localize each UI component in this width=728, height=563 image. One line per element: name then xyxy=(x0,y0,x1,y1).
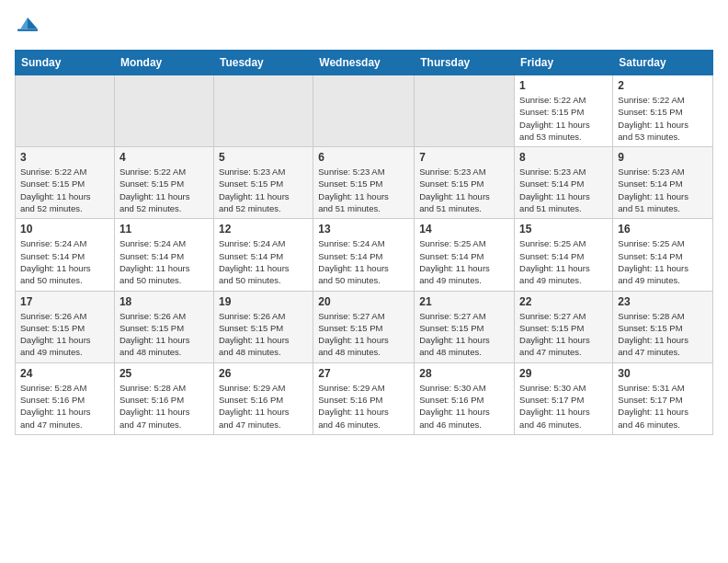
day-number: 3 xyxy=(20,151,109,164)
calendar-cell: 25Sunrise: 5:28 AM Sunset: 5:16 PM Dayli… xyxy=(114,362,213,434)
day-info: Sunrise: 5:22 AM Sunset: 5:15 PM Dayligh… xyxy=(20,166,109,214)
calendar-week-row: 10Sunrise: 5:24 AM Sunset: 5:14 PM Dayli… xyxy=(16,219,713,291)
day-number: 28 xyxy=(419,367,509,380)
calendar-cell: 8Sunrise: 5:23 AM Sunset: 5:14 PM Daylig… xyxy=(515,147,613,219)
calendar-cell: 23Sunrise: 5:28 AM Sunset: 5:15 PM Dayli… xyxy=(613,291,713,362)
day-number: 29 xyxy=(519,367,608,380)
day-number: 5 xyxy=(219,151,308,164)
day-info: Sunrise: 5:23 AM Sunset: 5:15 PM Dayligh… xyxy=(419,166,509,214)
day-info: Sunrise: 5:23 AM Sunset: 5:14 PM Dayligh… xyxy=(519,166,608,214)
day-info: Sunrise: 5:22 AM Sunset: 5:15 PM Dayligh… xyxy=(618,94,708,143)
day-number: 27 xyxy=(318,367,409,380)
day-info: Sunrise: 5:30 AM Sunset: 5:17 PM Dayligh… xyxy=(519,382,608,431)
calendar-cell xyxy=(16,75,115,147)
calendar-cell: 10Sunrise: 5:24 AM Sunset: 5:14 PM Dayli… xyxy=(16,219,115,291)
day-number: 10 xyxy=(20,223,109,236)
calendar-cell: 3Sunrise: 5:22 AM Sunset: 5:15 PM Daylig… xyxy=(16,147,115,219)
calendar-cell: 4Sunrise: 5:22 AM Sunset: 5:15 PM Daylig… xyxy=(114,147,213,219)
calendar-cell: 14Sunrise: 5:25 AM Sunset: 5:14 PM Dayli… xyxy=(415,219,515,291)
weekday-header-tuesday: Tuesday xyxy=(213,51,313,75)
calendar-header-row: SundayMondayTuesdayWednesdayThursdayFrid… xyxy=(16,51,713,75)
day-number: 24 xyxy=(20,367,109,380)
day-number: 14 xyxy=(419,223,509,236)
svg-rect-3 xyxy=(17,29,38,31)
logo-icon xyxy=(15,15,40,40)
calendar-cell: 5Sunrise: 5:23 AM Sunset: 5:15 PM Daylig… xyxy=(213,147,313,219)
day-info: Sunrise: 5:22 AM Sunset: 5:15 PM Dayligh… xyxy=(119,166,209,214)
day-number: 6 xyxy=(318,151,409,164)
calendar-cell: 18Sunrise: 5:26 AM Sunset: 5:15 PM Dayli… xyxy=(114,291,213,362)
calendar-cell: 13Sunrise: 5:24 AM Sunset: 5:14 PM Dayli… xyxy=(313,219,415,291)
day-number: 21 xyxy=(419,295,509,308)
calendar-cell: 6Sunrise: 5:23 AM Sunset: 5:15 PM Daylig… xyxy=(313,147,415,219)
calendar-cell: 12Sunrise: 5:24 AM Sunset: 5:14 PM Dayli… xyxy=(213,219,313,291)
day-info: Sunrise: 5:26 AM Sunset: 5:15 PM Dayligh… xyxy=(119,310,209,359)
calendar-cell: 22Sunrise: 5:27 AM Sunset: 5:15 PM Dayli… xyxy=(515,291,613,362)
day-number: 16 xyxy=(618,223,708,236)
weekday-header-saturday: Saturday xyxy=(613,51,713,75)
day-number: 23 xyxy=(618,295,708,308)
calendar-cell: 21Sunrise: 5:27 AM Sunset: 5:15 PM Dayli… xyxy=(415,291,515,362)
day-number: 9 xyxy=(618,151,708,164)
weekday-header-friday: Friday xyxy=(515,51,613,75)
calendar-week-row: 1Sunrise: 5:22 AM Sunset: 5:15 PM Daylig… xyxy=(16,75,713,147)
day-number: 4 xyxy=(119,151,209,164)
calendar-cell: 2Sunrise: 5:22 AM Sunset: 5:15 PM Daylig… xyxy=(613,75,713,147)
calendar-cell: 15Sunrise: 5:25 AM Sunset: 5:14 PM Dayli… xyxy=(515,219,613,291)
day-info: Sunrise: 5:27 AM Sunset: 5:15 PM Dayligh… xyxy=(419,310,509,359)
day-number: 22 xyxy=(519,295,608,308)
day-info: Sunrise: 5:28 AM Sunset: 5:16 PM Dayligh… xyxy=(20,382,109,431)
calendar-cell: 19Sunrise: 5:26 AM Sunset: 5:15 PM Dayli… xyxy=(213,291,313,362)
calendar-cell: 24Sunrise: 5:28 AM Sunset: 5:16 PM Dayli… xyxy=(16,362,115,434)
calendar-cell: 27Sunrise: 5:29 AM Sunset: 5:16 PM Dayli… xyxy=(313,362,415,434)
day-number: 25 xyxy=(119,367,209,380)
day-info: Sunrise: 5:24 AM Sunset: 5:14 PM Dayligh… xyxy=(318,237,409,286)
day-info: Sunrise: 5:24 AM Sunset: 5:14 PM Dayligh… xyxy=(119,237,209,286)
calendar-cell: 20Sunrise: 5:27 AM Sunset: 5:15 PM Dayli… xyxy=(313,291,415,362)
calendar-table: SundayMondayTuesdayWednesdayThursdayFrid… xyxy=(15,50,713,435)
calendar-week-row: 3Sunrise: 5:22 AM Sunset: 5:15 PM Daylig… xyxy=(16,147,713,219)
calendar-cell: 26Sunrise: 5:29 AM Sunset: 5:16 PM Dayli… xyxy=(213,362,313,434)
day-number: 8 xyxy=(519,151,608,164)
day-info: Sunrise: 5:25 AM Sunset: 5:14 PM Dayligh… xyxy=(419,237,509,286)
day-info: Sunrise: 5:23 AM Sunset: 5:15 PM Dayligh… xyxy=(219,166,308,214)
day-info: Sunrise: 5:24 AM Sunset: 5:14 PM Dayligh… xyxy=(219,237,308,286)
day-number: 1 xyxy=(519,79,608,92)
calendar-cell: 9Sunrise: 5:23 AM Sunset: 5:14 PM Daylig… xyxy=(613,147,713,219)
day-info: Sunrise: 5:23 AM Sunset: 5:14 PM Dayligh… xyxy=(618,166,708,214)
calendar-cell: 17Sunrise: 5:26 AM Sunset: 5:15 PM Dayli… xyxy=(16,291,115,362)
day-number: 30 xyxy=(618,367,708,380)
calendar-cell: 7Sunrise: 5:23 AM Sunset: 5:15 PM Daylig… xyxy=(415,147,515,219)
calendar-cell: 1Sunrise: 5:22 AM Sunset: 5:15 PM Daylig… xyxy=(515,75,613,147)
day-info: Sunrise: 5:29 AM Sunset: 5:16 PM Dayligh… xyxy=(318,382,409,431)
day-info: Sunrise: 5:30 AM Sunset: 5:16 PM Dayligh… xyxy=(419,382,509,431)
calendar-cell: 16Sunrise: 5:25 AM Sunset: 5:14 PM Dayli… xyxy=(613,219,713,291)
day-info: Sunrise: 5:28 AM Sunset: 5:15 PM Dayligh… xyxy=(618,310,708,359)
header xyxy=(15,15,713,40)
weekday-header-thursday: Thursday xyxy=(415,51,515,75)
day-number: 7 xyxy=(419,151,509,164)
day-number: 26 xyxy=(219,367,308,380)
day-number: 18 xyxy=(119,295,209,308)
weekday-header-wednesday: Wednesday xyxy=(313,51,415,75)
day-info: Sunrise: 5:27 AM Sunset: 5:15 PM Dayligh… xyxy=(318,310,409,359)
calendar-cell: 29Sunrise: 5:30 AM Sunset: 5:17 PM Dayli… xyxy=(515,362,613,434)
calendar-cell xyxy=(313,75,415,147)
calendar-week-row: 17Sunrise: 5:26 AM Sunset: 5:15 PM Dayli… xyxy=(16,291,713,362)
calendar-cell xyxy=(114,75,213,147)
day-number: 19 xyxy=(219,295,308,308)
day-info: Sunrise: 5:28 AM Sunset: 5:16 PM Dayligh… xyxy=(119,382,209,431)
calendar-cell xyxy=(213,75,313,147)
day-info: Sunrise: 5:26 AM Sunset: 5:15 PM Dayligh… xyxy=(219,310,308,359)
day-number: 17 xyxy=(20,295,109,308)
day-info: Sunrise: 5:24 AM Sunset: 5:14 PM Dayligh… xyxy=(20,237,109,286)
day-info: Sunrise: 5:31 AM Sunset: 5:17 PM Dayligh… xyxy=(618,382,708,431)
day-info: Sunrise: 5:25 AM Sunset: 5:14 PM Dayligh… xyxy=(618,237,708,286)
day-number: 13 xyxy=(318,223,409,236)
day-info: Sunrise: 5:26 AM Sunset: 5:15 PM Dayligh… xyxy=(20,310,109,359)
page: SundayMondayTuesdayWednesdayThursdayFrid… xyxy=(0,0,728,450)
calendar-cell: 28Sunrise: 5:30 AM Sunset: 5:16 PM Dayli… xyxy=(415,362,515,434)
calendar-cell xyxy=(415,75,515,147)
day-info: Sunrise: 5:23 AM Sunset: 5:15 PM Dayligh… xyxy=(318,166,409,214)
calendar-cell: 11Sunrise: 5:24 AM Sunset: 5:14 PM Dayli… xyxy=(114,219,213,291)
